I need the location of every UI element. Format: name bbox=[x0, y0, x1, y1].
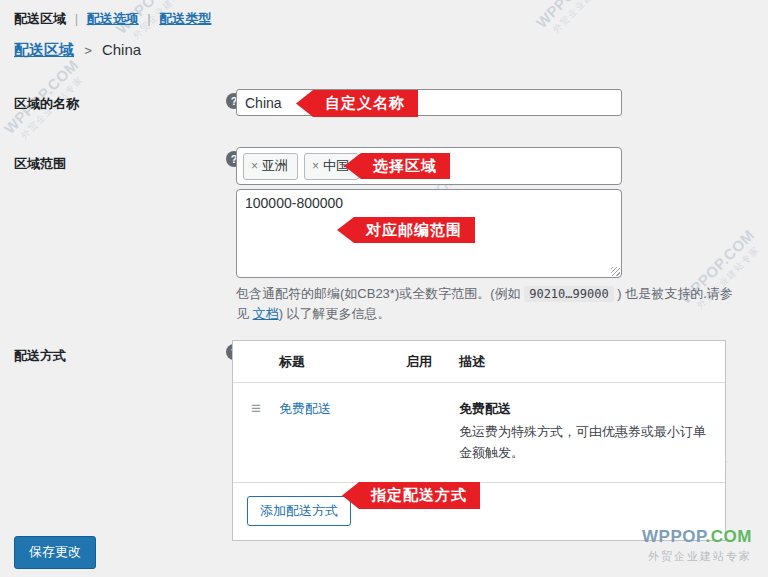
annotation-zone-regions: 选择区域 bbox=[344, 153, 450, 179]
save-changes-button[interactable]: 保存更改 bbox=[14, 536, 96, 569]
shipping-methods-label: 配送方式 bbox=[14, 347, 66, 365]
drag-handle-icon[interactable]: ≡ bbox=[251, 399, 261, 418]
tab-separator: | bbox=[147, 11, 150, 26]
breadcrumb-current-zone: China bbox=[102, 41, 141, 58]
site-logo-tagline: 外贸企业建站专家 bbox=[642, 549, 752, 564]
method-description-title: 免费配送 bbox=[459, 400, 711, 418]
remove-tag-icon[interactable]: × bbox=[312, 159, 319, 173]
annotation-postcodes: 对应邮编范围 bbox=[337, 217, 475, 243]
shipping-zone-settings-page: WPPOP.COM外贸企业建站专家 WPPOP.COM外贸企业建站专家 WPPO… bbox=[0, 0, 768, 577]
add-shipping-method-button[interactable]: 添加配送方式 bbox=[247, 496, 351, 526]
annotation-zone-name: 自定义名称 bbox=[296, 90, 418, 117]
shipping-methods-table: 标题 启用 描述 ≡ 免费配送 免费配送 免运费为特殊方式，可由优惠券或最小订单… bbox=[232, 340, 726, 541]
watermark-subtext: 外贸企业建站专家 bbox=[537, 0, 631, 49]
region-tag-label: 亚洲 bbox=[262, 157, 288, 175]
watermark: WPPOP.COM外贸企业建站专家 bbox=[525, 0, 632, 49]
zone-name-input[interactable] bbox=[236, 89, 622, 116]
enabled-column-header: 启用 bbox=[406, 353, 459, 371]
help-prefix: 包含通配符的邮编(如CB23*)或全数字范围。(例如 bbox=[236, 286, 524, 301]
help-suffix: ) 以了解更多信息。 bbox=[279, 306, 391, 321]
tab-separator: | bbox=[75, 11, 78, 26]
annotation-shipping-methods: 指定配送方式 bbox=[342, 482, 480, 509]
tab-shipping-zones[interactable]: 配送区域 bbox=[14, 11, 66, 26]
breadcrumb-separator: > bbox=[84, 43, 92, 58]
tab-shipping-classes[interactable]: 配送类型 bbox=[159, 11, 211, 26]
zone-regions-label: 区域范围 bbox=[14, 155, 66, 173]
tab-shipping-options[interactable]: 配送选项 bbox=[87, 11, 139, 26]
site-logo: WPPOP.COM 外贸企业建站专家 bbox=[642, 527, 752, 564]
method-description-text: 免运费为特殊方式，可由优惠券或最小订单金额触发。 bbox=[459, 424, 706, 460]
remove-tag-icon[interactable]: × bbox=[251, 159, 258, 173]
table-row: ≡ 免费配送 免费配送 免运费为特殊方式，可由优惠券或最小订单金额触发。 bbox=[233, 383, 725, 483]
documentation-link[interactable]: 文档 bbox=[253, 306, 279, 321]
methods-table-header: 标题 启用 描述 bbox=[233, 341, 725, 383]
watermark-text: WPPOP.COM bbox=[525, 0, 622, 39]
resize-handle-icon[interactable] bbox=[611, 267, 620, 276]
site-logo-text: WPPOP.COM bbox=[642, 527, 752, 547]
toggle-knob bbox=[387, 402, 404, 419]
settings-subtabs: 配送区域 | 配送选项 | 配送类型 bbox=[14, 10, 211, 28]
logo-tld: .COM bbox=[706, 527, 752, 546]
logo-brand: WPPOP bbox=[642, 527, 706, 546]
zone-name-label: 区域的名称 bbox=[14, 95, 79, 113]
title-column-header: 标题 bbox=[279, 353, 406, 371]
region-tag-asia[interactable]: × 亚洲 bbox=[243, 153, 298, 180]
breadcrumb: 配送区域 > China bbox=[14, 41, 141, 60]
postcode-help-text: 包含通配符的邮编(如CB23*)或全数字范围。(例如 90210…99000 )… bbox=[236, 284, 744, 324]
postcode-example-code: 90210…99000 bbox=[524, 286, 613, 302]
description-column-header: 描述 bbox=[459, 353, 725, 371]
breadcrumb-zones-link[interactable]: 配送区域 bbox=[14, 41, 74, 58]
free-shipping-method-link[interactable]: 免费配送 bbox=[279, 401, 331, 416]
